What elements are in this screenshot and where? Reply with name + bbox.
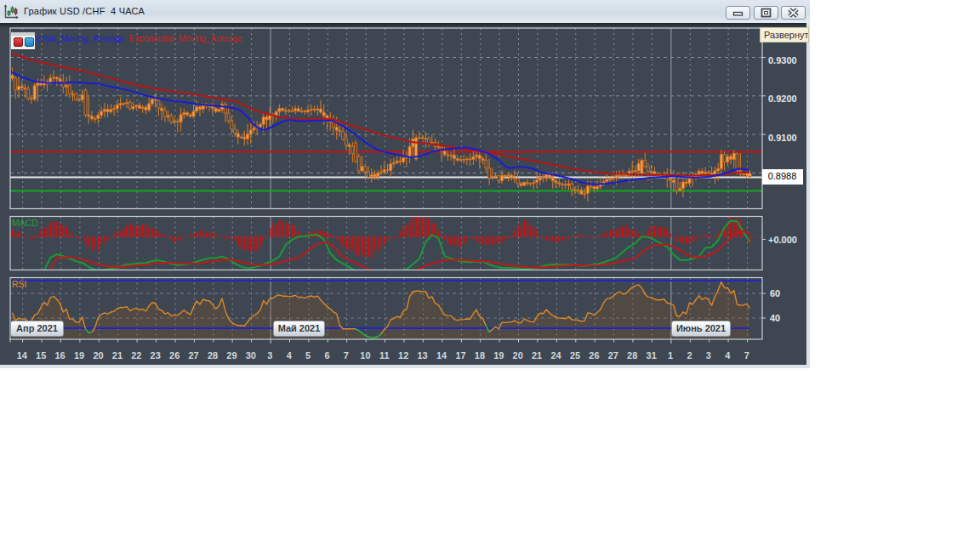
svg-text:15: 15 [36, 350, 46, 361]
svg-text:25: 25 [570, 350, 580, 361]
svg-text:20: 20 [93, 350, 103, 361]
svg-text:26: 26 [169, 350, 179, 361]
svg-text:17: 17 [455, 350, 465, 361]
svg-text:6: 6 [324, 350, 329, 361]
svg-text:40: 40 [770, 313, 780, 323]
svg-text:27: 27 [188, 350, 198, 361]
svg-text:3: 3 [267, 350, 272, 361]
svg-text:19: 19 [74, 350, 84, 361]
svg-text:4: 4 [725, 350, 731, 361]
svg-text:4: 4 [287, 350, 293, 361]
svg-text:0.9100: 0.9100 [768, 133, 797, 143]
svg-text:30: 30 [246, 350, 256, 361]
svg-text:+0.000: +0.000 [768, 235, 797, 245]
svg-text:31: 31 [647, 350, 657, 361]
svg-text:27: 27 [608, 350, 618, 361]
svg-text:60: 60 [770, 288, 780, 298]
svg-text:23: 23 [151, 350, 161, 361]
svg-text:14: 14 [17, 350, 28, 361]
svg-text:12: 12 [398, 350, 408, 361]
svg-text:2: 2 [687, 350, 692, 361]
svg-text:RSI: RSI [12, 279, 27, 289]
svg-text:7: 7 [744, 350, 749, 361]
svg-text:1: 1 [668, 350, 673, 361]
svg-text:21: 21 [112, 350, 122, 361]
svg-text:10: 10 [360, 350, 370, 361]
svg-text:28: 28 [627, 350, 637, 361]
svg-text:5: 5 [305, 350, 311, 361]
svg-text:28: 28 [208, 350, 218, 361]
svg-text:0.9300: 0.9300 [768, 55, 797, 65]
svg-text:ential_Moving_Average: ential_Moving_Average [36, 34, 125, 43]
svg-text:21: 21 [532, 350, 542, 361]
svg-text:13: 13 [417, 350, 427, 361]
svg-text:0.9200: 0.9200 [768, 94, 797, 104]
svg-text:26: 26 [589, 350, 599, 361]
svg-text:19: 19 [493, 350, 504, 361]
svg-text:7: 7 [344, 350, 349, 361]
svg-text:29: 29 [226, 350, 236, 361]
svg-text:20: 20 [513, 350, 523, 361]
svg-text:MACD: MACD [12, 218, 38, 228]
svg-text:11: 11 [379, 350, 390, 361]
svg-text:Exponential_Moving_Average: Exponential_Moving_Average [129, 34, 242, 43]
svg-text:3: 3 [706, 350, 711, 361]
svg-text:16: 16 [54, 350, 65, 361]
svg-text:24: 24 [550, 350, 561, 361]
svg-text:22: 22 [131, 350, 141, 361]
svg-text:14: 14 [436, 350, 447, 361]
svg-text:18: 18 [475, 350, 485, 361]
